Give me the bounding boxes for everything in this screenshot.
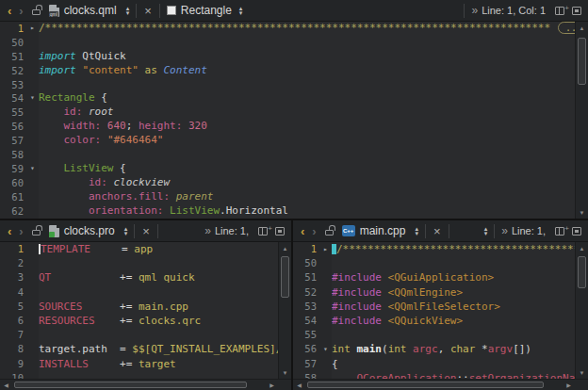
split-editor-button[interactable]	[555, 227, 564, 236]
code-text[interactable]	[39, 285, 278, 300]
scrollbar-thumb[interactable]	[307, 382, 544, 388]
code-text[interactable]: {	[332, 357, 575, 371]
code-text[interactable]: /***************************************…	[332, 242, 575, 256]
code-line[interactable]: 51import QtQuick	[0, 50, 575, 64]
close-split-button[interactable]	[275, 227, 285, 236]
scrollbar-thumb[interactable]	[281, 256, 289, 298]
cpp-code-editor[interactable]: 1▸/*************************************…	[293, 242, 575, 379]
scroll-right-button[interactable]: ▶	[266, 380, 278, 390]
scroll-down-button[interactable]: ▼	[576, 206, 588, 219]
code-text[interactable]: import "content" as Content	[39, 64, 575, 78]
fold-marker-icon[interactable]: ▸	[26, 22, 39, 36]
code-text[interactable]: id: root	[39, 106, 575, 120]
code-text[interactable]	[39, 36, 575, 50]
close-document-button[interactable]: ×	[138, 224, 155, 238]
code-line[interactable]: 7	[0, 328, 278, 342]
code-text[interactable]: import QtQuick	[39, 50, 575, 64]
code-text[interactable]: TEMPLATE = app	[39, 242, 278, 256]
open-document-name[interactable]: clocks.pro	[64, 224, 115, 237]
code-line[interactable]: 58	[0, 148, 575, 162]
code-line[interactable]: 57 color: "#646464"	[0, 134, 575, 148]
split-editor-button[interactable]	[555, 7, 564, 15]
pro-code-editor[interactable]: 1TEMPLATE = app23QT += qml quick45SOURCE…	[0, 242, 278, 379]
close-document-button[interactable]: ×	[429, 224, 446, 238]
code-text[interactable]: #include <QQmlFileSelector>	[332, 300, 575, 314]
toolbar-overflow-icon[interactable]: »	[501, 224, 508, 237]
back-button[interactable]: ‹	[4, 4, 15, 18]
code-line[interactable]: 53#include <QQmlFileSelector>	[293, 300, 575, 314]
code-text[interactable]: cacheBuffer: 2000	[39, 218, 575, 219]
document-dropdown-icon[interactable]: ▴▾	[415, 226, 418, 236]
lock-icon[interactable]	[325, 230, 334, 236]
code-text[interactable]: INSTALLS += target	[39, 357, 278, 371]
code-line[interactable]: 55	[293, 328, 575, 342]
close-split-button[interactable]	[572, 227, 581, 236]
scroll-down-button[interactable]: ▼	[576, 366, 588, 379]
code-text[interactable]	[39, 256, 278, 270]
code-text[interactable]: #include <QQuickView>	[332, 314, 575, 328]
code-text[interactable]: #include <QQmlEngine>	[332, 285, 575, 300]
symbol-dropdown-icon[interactable]: ▴▾	[239, 6, 243, 15]
code-text[interactable]: QT += qml quick	[39, 270, 278, 284]
fold-marker-icon[interactable]: ▸	[319, 242, 332, 256]
code-line[interactable]: 50	[0, 36, 575, 50]
open-document-name[interactable]: clocks.qml	[64, 4, 117, 17]
scroll-up-button[interactable]: ▲	[279, 242, 291, 254]
code-text[interactable]: /***************************************…	[39, 22, 575, 36]
code-line[interactable]: 55 id: root	[0, 106, 575, 120]
scrollbar-thumb[interactable]	[578, 38, 586, 85]
code-line[interactable]: 60 id: clockview	[0, 176, 575, 190]
code-line[interactable]: 53	[0, 78, 575, 92]
code-line[interactable]: 6RESOURCES += clocks.qrc	[0, 314, 278, 328]
close-document-button[interactable]: ×	[139, 4, 156, 18]
fold-marker-icon[interactable]: ▾	[319, 342, 332, 356]
code-text[interactable]: target.path = $$[QT_INSTALL_EXAMPLES]/de…	[39, 342, 278, 356]
code-text[interactable]	[39, 78, 575, 92]
lock-icon[interactable]	[32, 9, 41, 15]
scrollbar-thumb[interactable]	[578, 256, 586, 288]
vertical-scrollbar[interactable]: ▲ ▼	[575, 242, 588, 379]
fold-marker-icon[interactable]: ▾	[26, 162, 39, 176]
code-line[interactable]: 58 QCoreApplication::setOrganizationName	[293, 371, 575, 379]
scrollbar-thumb[interactable]	[14, 382, 247, 388]
code-text[interactable]: #include <QGuiApplication>	[332, 270, 575, 284]
qml-code-editor[interactable]: 1▸/*************************************…	[0, 22, 575, 219]
code-line[interactable]: 4	[0, 285, 278, 300]
code-line[interactable]: 63 cacheBuffer: 2000	[0, 218, 575, 219]
symbol-dropdown-icon[interactable]: ▴▾	[484, 226, 488, 236]
code-text[interactable]: orientation: ListView.Horizontal	[39, 204, 575, 219]
forward-button[interactable]: ›	[15, 4, 26, 18]
code-line[interactable]: 61 anchors.fill: parent	[0, 190, 575, 204]
horizontal-scrollbar[interactable]: ◀ ▶	[0, 379, 291, 390]
forward-button[interactable]: ›	[15, 224, 26, 238]
scrollbar-track[interactable]	[305, 380, 563, 390]
code-text[interactable]: ListView {	[39, 162, 575, 176]
code-line[interactable]: 50	[293, 256, 575, 270]
scroll-up-button[interactable]: ▲	[576, 22, 588, 34]
open-document-name[interactable]: main.cpp	[360, 224, 406, 237]
code-text[interactable]: anchors.fill: parent	[39, 190, 575, 204]
scrollbar-track[interactable]	[279, 254, 291, 366]
split-editor-button[interactable]	[258, 227, 268, 236]
scroll-right-button[interactable]: ▶	[563, 380, 575, 390]
scroll-down-button[interactable]: ▼	[279, 366, 291, 379]
symbol-selector[interactable]: Rectangle	[181, 4, 232, 17]
document-dropdown-icon[interactable]: ▴▾	[124, 226, 128, 236]
code-line[interactable]: 52import "content" as Content	[0, 64, 575, 78]
code-line[interactable]: 52#include <QQmlEngine>	[293, 285, 575, 300]
code-line[interactable]: 2	[0, 256, 278, 270]
scroll-left-button[interactable]: ◀	[0, 380, 12, 390]
back-button[interactable]: ‹	[297, 224, 308, 238]
scroll-up-button[interactable]: ▲	[576, 242, 588, 254]
code-text[interactable]	[39, 328, 278, 342]
toolbar-overflow-icon[interactable]: »	[204, 224, 211, 237]
toolbar-overflow-icon[interactable]: »	[471, 4, 478, 17]
code-text[interactable]: SOURCES += main.cpp	[39, 300, 278, 314]
scrollbar-track[interactable]	[576, 254, 588, 366]
code-line[interactable]: 57{	[293, 357, 575, 371]
horizontal-scrollbar[interactable]: ◀ ▶	[293, 379, 588, 390]
code-line[interactable]: 51#include <QGuiApplication>	[293, 270, 575, 284]
code-line[interactable]: 5SOURCES += main.cpp	[0, 300, 278, 314]
vertical-scrollbar[interactable]: ▲ ▼	[575, 22, 588, 219]
code-line[interactable]: 1TEMPLATE = app	[0, 242, 278, 256]
